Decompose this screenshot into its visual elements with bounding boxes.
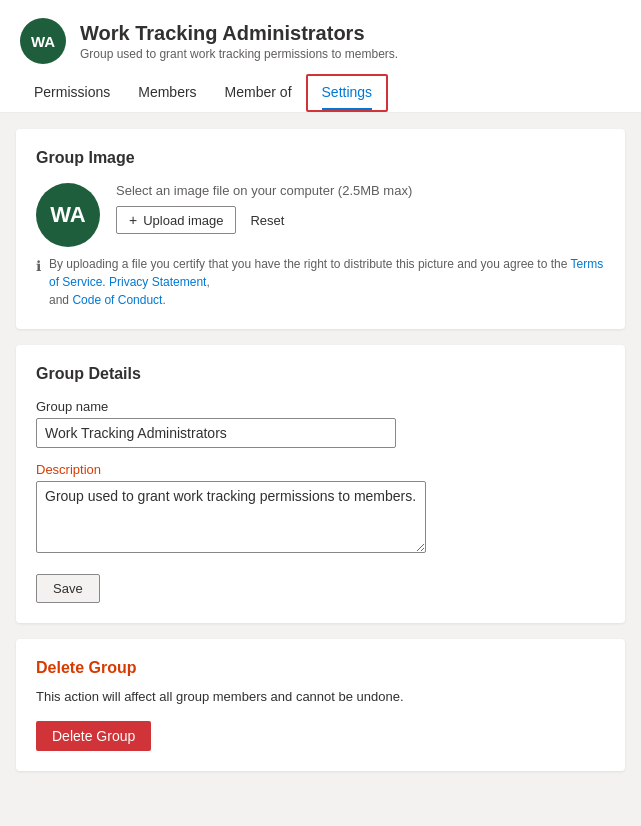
group-avatar: WA [36,183,100,247]
main-content: Group Image WA Select an image file on y… [0,113,641,787]
nav-tabs: Permissions Members Member of Settings [0,74,641,113]
group-name-input[interactable] [36,418,396,448]
group-details-title: Group Details [36,365,605,383]
group-name-field-group: Group name [36,399,605,448]
tab-member-of[interactable]: Member of [211,74,306,112]
group-image-card: Group Image WA Select an image file on y… [16,129,625,329]
description-label: Description [36,462,605,477]
group-name-label: Group name [36,399,605,414]
tab-settings[interactable]: Settings [306,74,389,112]
header-text: Work Tracking Administrators Group used … [80,22,398,61]
tab-permissions[interactable]: Permissions [20,74,124,112]
image-controls: Select an image file on your computer (2… [116,183,412,234]
upload-image-button[interactable]: + Upload image [116,206,236,234]
image-hint: Select an image file on your computer (2… [116,183,412,198]
group-image-row: WA Select an image file on your computer… [36,183,605,247]
plus-icon: + [129,212,137,228]
image-buttons: + Upload image Reset [116,206,412,234]
description-field-group: Description [36,462,605,556]
page-subtitle: Group used to grant work tracking permis… [80,47,398,61]
delete-group-card: Delete Group This action will affect all… [16,639,625,771]
delete-group-notice: This action will affect all group member… [36,687,605,707]
tab-members[interactable]: Members [124,74,210,112]
group-image-title: Group Image [36,149,605,167]
code-of-conduct-link[interactable]: Code of Conduct [72,293,162,307]
legal-notice: ℹ By uploading a file you certify that y… [36,255,605,309]
description-input[interactable] [36,481,426,553]
delete-group-title: Delete Group [36,659,605,677]
save-button[interactable]: Save [36,574,100,603]
reset-image-button[interactable]: Reset [246,208,288,233]
page-header: WA Work Tracking Administrators Group us… [0,0,641,74]
page-title: Work Tracking Administrators [80,22,398,45]
group-details-card: Group Details Group name Description Sav… [16,345,625,623]
info-icon: ℹ [36,256,41,277]
header-avatar: WA [20,18,66,64]
delete-group-button[interactable]: Delete Group [36,721,151,751]
privacy-statement-link[interactable]: Privacy Statement [109,275,206,289]
